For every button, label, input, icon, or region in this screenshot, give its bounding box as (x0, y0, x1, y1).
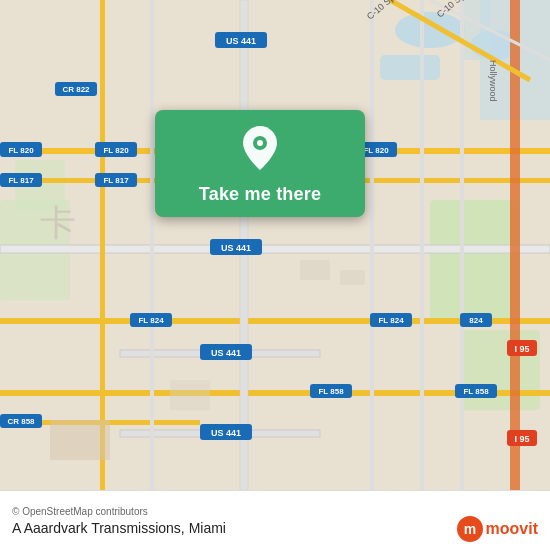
svg-text:US 441: US 441 (211, 428, 241, 438)
svg-text:FL 820: FL 820 (363, 146, 389, 155)
svg-text:卡: 卡 (40, 202, 76, 243)
svg-rect-22 (370, 0, 374, 490)
svg-rect-67 (300, 260, 330, 280)
moovit-text: moovit (486, 520, 538, 538)
svg-text:US 441: US 441 (226, 36, 256, 46)
bottom-bar: © OpenStreetMap contributors A Aaardvark… (0, 490, 550, 550)
svg-text:US 441: US 441 (221, 243, 251, 253)
svg-text:CR 858: CR 858 (7, 417, 35, 426)
svg-text:m: m (463, 521, 475, 537)
moovit-logo: m moovit (457, 516, 538, 542)
svg-rect-19 (100, 0, 105, 490)
map: US 441 FL 820 FL 820 FL 817 FL 817 US 44… (0, 0, 550, 490)
svg-text:FL 820: FL 820 (103, 146, 129, 155)
svg-rect-3 (380, 55, 440, 80)
take-me-there-card[interactable]: Take me there (155, 110, 365, 217)
moovit-icon: m (457, 516, 483, 542)
svg-text:I 95: I 95 (514, 434, 529, 444)
svg-text:CR 822: CR 822 (62, 85, 90, 94)
svg-rect-24 (460, 0, 464, 490)
svg-rect-21 (150, 0, 154, 490)
svg-point-1 (395, 12, 465, 48)
svg-text:FL 817: FL 817 (8, 176, 34, 185)
svg-rect-23 (420, 0, 424, 490)
svg-point-72 (257, 140, 263, 146)
svg-text:FL 824: FL 824 (138, 316, 164, 325)
svg-rect-4 (430, 200, 520, 320)
svg-text:FL 858: FL 858 (463, 387, 489, 396)
svg-text:FL 820: FL 820 (8, 146, 34, 155)
svg-text:824: 824 (469, 316, 483, 325)
svg-text:US 441: US 441 (211, 348, 241, 358)
svg-text:I 95: I 95 (514, 344, 529, 354)
take-me-there-label: Take me there (199, 184, 321, 205)
location-icon-wrapper (240, 124, 280, 176)
svg-rect-11 (0, 245, 550, 253)
svg-text:FL 824: FL 824 (378, 316, 404, 325)
svg-text:FL 858: FL 858 (318, 387, 344, 396)
svg-text:Hollywood: Hollywood (488, 60, 498, 102)
svg-rect-69 (170, 380, 210, 410)
svg-rect-68 (340, 270, 365, 285)
copyright-text: © OpenStreetMap contributors (12, 506, 538, 517)
svg-rect-70 (50, 420, 110, 460)
svg-text:FL 817: FL 817 (103, 176, 129, 185)
location-pin-icon (240, 124, 280, 172)
